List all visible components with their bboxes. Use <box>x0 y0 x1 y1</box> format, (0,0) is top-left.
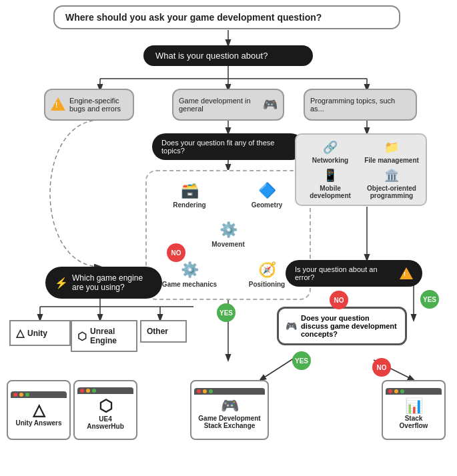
no-badge-error-text: NO <box>334 297 344 304</box>
prog-networking: 🔗 Networking <box>302 140 359 164</box>
stackoverflow-label: Stack Overflow <box>400 415 428 429</box>
yes-badge-concepts-text: YES <box>295 357 308 365</box>
ue4-label: UE4 AnswerHub <box>87 415 124 430</box>
topic-rendering: 🗃️ Rendering <box>153 182 225 209</box>
topic-game-mechanics-label: Game mechanics <box>162 281 217 288</box>
ue4-dest: ⬡ UE4 AnswerHub <box>73 380 137 440</box>
yes-badge-topics-text: YES <box>219 309 233 317</box>
unity-engine-option: △ Unity <box>9 320 71 346</box>
other-engine-option: Other <box>140 320 187 343</box>
prog-topics-grid: 🔗 Networking 📁 File management 📱 Mobile … <box>295 133 427 206</box>
prog-mobile-label: Mobile development <box>302 185 359 199</box>
discusses-concepts-node: 🎮 Does your question discuss game develo… <box>277 307 407 345</box>
topic-movement-label: Movement <box>211 241 244 248</box>
is-error-node: Is your question about an error? ! <box>286 260 422 287</box>
programming-topics-text: Programming topics, such as... <box>310 97 395 113</box>
flowchart-diagram: Where should you ask your game developme… <box>0 0 457 476</box>
gamedev-se-label: Game Development Stack Exchange <box>198 415 260 429</box>
unity-answers-dest: △ Unity Answers <box>7 380 71 440</box>
topic-rendering-label: Rendering <box>173 201 205 209</box>
gamedev-se-dest: 🎮 Game Development Stack Exchange <box>190 380 269 440</box>
engine-bugs-text: Engine-specific bugs and errors <box>69 97 127 113</box>
fits-topics-node: Does your question fit any of these topi… <box>152 133 304 160</box>
topic-geometry: 🔷 Geometry <box>231 182 303 209</box>
prog-mobile: 📱 Mobile development <box>302 168 359 199</box>
yes-badge-error: YES <box>420 290 439 309</box>
topic-positioning-label: Positioning <box>249 281 285 288</box>
topic-geometry-label: Geometry <box>252 201 283 209</box>
fits-topics-text: Does your question fit any of these topi… <box>161 139 274 155</box>
question-about-node: What is your question about? <box>143 45 313 66</box>
no-badge-concepts-text: NO <box>377 364 387 371</box>
stackoverflow-dest: 📊 Stack Overflow <box>382 380 446 440</box>
no-badge-concepts: NO <box>372 358 391 377</box>
yes-badge-error-text: YES <box>423 296 436 303</box>
prog-file-mgmt-label: File management <box>364 157 419 164</box>
yes-badge-topics: YES <box>217 303 236 322</box>
prog-oop: 🏛️ Object-oriented programming <box>363 168 420 199</box>
game-dev-general-text: Game development in general <box>179 97 259 113</box>
unity-answers-label: Unity Answers <box>15 419 61 427</box>
no-badge-fits: NO <box>167 243 185 262</box>
unity-label: Unity <box>27 329 47 338</box>
which-engine-node: ⚡ Which game engine are you using? <box>45 267 162 299</box>
is-error-text: Is your question about an error? <box>295 265 396 281</box>
discusses-concepts-text: Does your question discuss game developm… <box>301 314 398 338</box>
prog-networking-label: Networking <box>312 157 348 164</box>
question-about-text: What is your question about? <box>155 51 268 61</box>
game-dev-general-node: Game development in general 🎮 <box>172 89 284 121</box>
yes-badge-concepts: YES <box>292 351 311 370</box>
title-node: Where should you ask your game developme… <box>53 5 400 29</box>
prog-oop-label: Object-oriented programming <box>363 185 420 199</box>
prog-file-mgmt: 📁 File management <box>363 140 420 164</box>
which-engine-text: Which game engine are you using? <box>72 273 153 292</box>
topic-game-mechanics: ⚙️ Game mechanics <box>153 261 225 288</box>
other-label: Other <box>147 327 168 336</box>
programming-topics-node: Programming topics, such as... <box>304 89 417 121</box>
unreal-label: Unreal Engine <box>90 327 131 345</box>
title-text: Where should you ask your game developme… <box>65 12 322 23</box>
engine-bugs-node: ! Engine-specific bugs and errors <box>44 89 134 121</box>
no-badge-error: NO <box>330 291 348 309</box>
unreal-engine-option: ⬡ Unreal Engine <box>71 320 137 352</box>
no-badge-fits-text: NO <box>171 249 181 257</box>
